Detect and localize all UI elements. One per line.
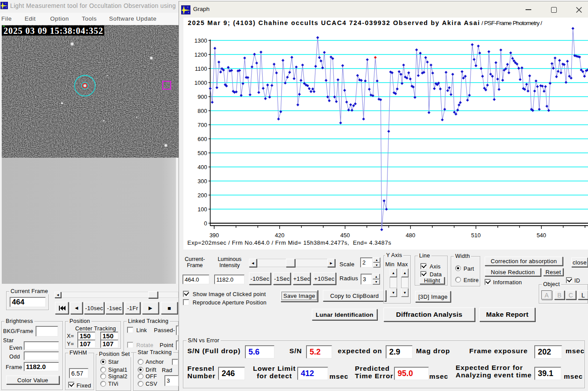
- svg-text:400: 400: [197, 164, 207, 170]
- svg-text:100: 100: [197, 206, 207, 213]
- svg-text:510: 510: [471, 232, 481, 239]
- svg-text:900: 900: [197, 94, 207, 100]
- svg-text:1200: 1200: [194, 51, 207, 58]
- svg-text:1000: 1000: [194, 80, 207, 86]
- svg-text:1300: 1300: [194, 37, 207, 44]
- svg-text:300: 300: [197, 178, 207, 185]
- svg-text:1100: 1100: [195, 65, 207, 72]
- svg-text:2025 03 09 15:38:04:352: 2025 03 09 15:38:04:352: [4, 26, 103, 36]
- svg-text:800: 800: [197, 108, 207, 114]
- svg-text:540: 540: [537, 232, 546, 239]
- svg-text:420: 420: [275, 232, 285, 239]
- svg-text:600: 600: [197, 136, 207, 142]
- svg-text:450: 450: [340, 232, 350, 239]
- svg-text:480: 480: [406, 232, 416, 239]
- svg-text:0: 0: [204, 220, 207, 227]
- svg-text:390: 390: [209, 232, 219, 239]
- svg-text:700: 700: [197, 122, 207, 128]
- svg-text:200: 200: [197, 192, 207, 199]
- svg-text:500: 500: [197, 150, 207, 156]
